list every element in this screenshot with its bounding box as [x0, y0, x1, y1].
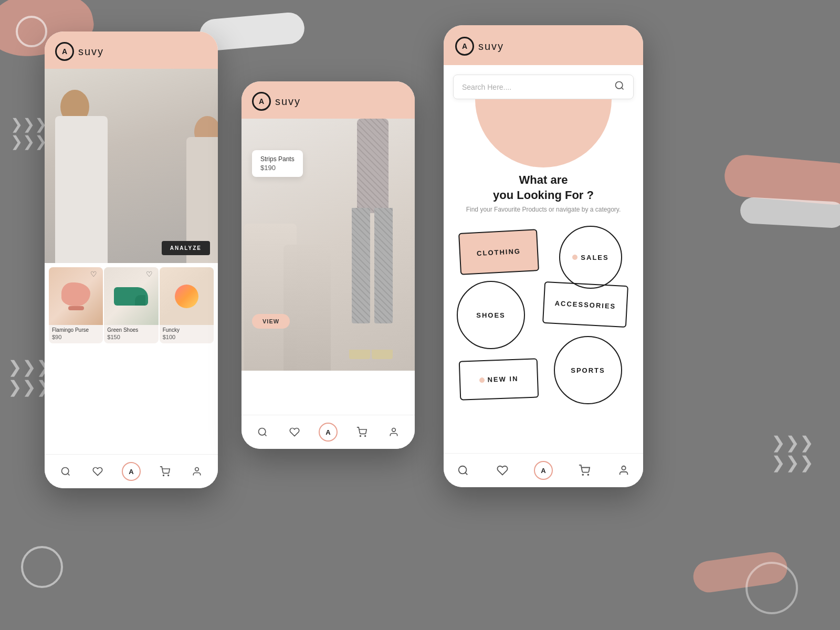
shoe-right [372, 350, 393, 359]
bg-brush-bottom-right [691, 550, 790, 594]
category-clothing[interactable]: CLOTHING [458, 229, 539, 275]
phone3-logo-letter: A [462, 42, 467, 50]
new-in-inner: NEW IN [479, 375, 518, 384]
shoe-body [114, 287, 148, 306]
pants-leg-right [374, 208, 393, 323]
funky-price: $100 [163, 334, 211, 340]
phone3-nav-heart[interactable] [495, 463, 510, 478]
flamingo-purse-name: Flamingo Purse [52, 327, 100, 333]
phone1-hero-image: ANALYZE [45, 69, 218, 263]
phone1-logo-circle: A [55, 42, 74, 61]
popup-product-name: Strips Pants [260, 155, 295, 163]
sales-inner: SALES [572, 254, 608, 261]
view-button[interactable]: VIEW [252, 314, 290, 329]
phone-3: A suvy Search Here.... What are you Look… [444, 25, 643, 487]
product-info-flamingo: Flamingo Purse $90 [49, 325, 103, 343]
phone2-product-image: Strips Pants $190 VIEW [242, 119, 415, 371]
search-icon[interactable] [614, 80, 625, 93]
green-shoes-name: Green Shoes [107, 327, 155, 333]
search-placeholder: Search Here.... [462, 83, 614, 91]
product-info-funky: Funcky $100 [160, 325, 214, 343]
category-accessories[interactable]: ACCESSORIES [542, 281, 628, 328]
phone3-nav-user[interactable] [616, 463, 631, 478]
category-section: What are you Looking For ? Find your Fav… [444, 167, 643, 446]
category-new-in[interactable]: NEW IN [459, 359, 539, 401]
pants-display [341, 119, 404, 360]
new-in-dot [479, 377, 484, 383]
svg-point-6 [365, 436, 366, 437]
phone1-nav-logo-letter: A [129, 468, 133, 476]
purse-body [61, 282, 90, 306]
phone2-header: A suvy [242, 81, 415, 119]
svg-point-2 [168, 475, 169, 476]
deco-circle-top-left [16, 16, 47, 47]
figure-lower-2 [284, 245, 331, 371]
deco-zigzag-left: ❯❯❯❯❯❯ [8, 357, 50, 397]
phone2-nav-search[interactable] [255, 425, 270, 439]
phone1-nav-user[interactable] [190, 464, 204, 479]
phone3-header: A suvy [444, 25, 643, 65]
phone3-nav-logo-letter: A [541, 467, 545, 475]
phone2-bottom-nav: A [242, 415, 415, 449]
phone1-nav-logo-active[interactable]: A [122, 462, 141, 481]
figures-lower [242, 213, 345, 371]
svg-point-0 [62, 468, 69, 475]
flamingo-purse-price: $90 [52, 334, 100, 340]
pants-torso [357, 119, 388, 213]
figure-front-body [55, 116, 108, 263]
pants-leg-left [352, 208, 370, 323]
green-shoes-price: $150 [107, 334, 155, 340]
phone1-nav-search[interactable] [58, 464, 73, 479]
bg-brush-right-mid [723, 153, 840, 206]
svg-point-12 [622, 466, 625, 470]
popup-product-price: $190 [260, 164, 295, 172]
deco-zigzag-br: ❯❯❯❯❯❯ [771, 433, 814, 472]
phone3-nav-logo-active[interactable]: A [534, 461, 553, 480]
pink-semicircle [475, 99, 612, 167]
phone3-logo-circle: A [455, 37, 474, 56]
category-sales[interactable]: SALES [559, 226, 622, 289]
phone3-bottom-nav: A [444, 453, 643, 487]
svg-point-4 [259, 428, 266, 435]
funky-name: Funcky [163, 327, 211, 333]
categories-grid: CLOTHING SALES SHOES ACCESSORIES [454, 226, 633, 404]
phone2-nav-logo-letter: A [326, 428, 330, 436]
phone-1: A suvy ANALYZE [45, 32, 218, 488]
funky-image [175, 285, 198, 308]
heart-icon-shoes[interactable]: ♡ [146, 270, 155, 280]
product-card-shoes[interactable]: ♡ Green Shoes $150 [104, 267, 158, 343]
phone1-header: A suvy [45, 32, 218, 69]
heart-icon-flamingo[interactable]: ♡ [90, 270, 100, 280]
phone1-products-grid: ♡ Flamingo Purse $90 ♡ Green Shoes $150 [45, 263, 218, 348]
pink-semicircle-container [444, 99, 643, 167]
deco-zigzag-top: ❯❯❯❯❯❯ [10, 116, 47, 150]
phone3-logo-text: suvy [478, 40, 504, 52]
category-shoes[interactable]: SHOES [457, 281, 525, 349]
phone1-logo-text: suvy [78, 46, 104, 58]
svg-point-1 [163, 475, 164, 476]
product-card-flamingo[interactable]: ♡ Flamingo Purse $90 [49, 267, 103, 343]
phone2-nav-user[interactable] [386, 425, 401, 439]
phone1-bottom-nav: A [45, 454, 218, 488]
phone2-nav-logo-active[interactable]: A [319, 423, 338, 442]
phone2-logo-text: suvy [275, 96, 301, 108]
shoe-heel [135, 295, 145, 306]
phone1-nav-heart[interactable] [90, 464, 105, 479]
product-card-funky[interactable]: Funcky $100 [160, 267, 214, 343]
svg-point-8 [616, 82, 623, 89]
analyze-button[interactable]: ANALYZE [162, 241, 210, 255]
bg-brush-white-right [740, 197, 840, 228]
phone2-nav-cart[interactable] [354, 425, 369, 439]
phone1-nav-cart[interactable] [158, 464, 172, 479]
phone3-nav-cart[interactable] [577, 463, 592, 478]
search-bar[interactable]: Search Here.... [453, 75, 634, 99]
phone-2: A suvy Strips Pants $190 VIEW [242, 81, 415, 449]
category-sports[interactable]: SPORTS [554, 336, 622, 404]
deco-circle-bottom-left [21, 546, 63, 588]
svg-point-11 [588, 474, 589, 475]
product-popup: Strips Pants $190 [252, 150, 303, 177]
phone2-nav-heart[interactable] [287, 425, 302, 439]
sales-dot [572, 255, 578, 260]
product-thumb-funky [160, 267, 214, 325]
phone3-nav-search[interactable] [456, 463, 470, 478]
